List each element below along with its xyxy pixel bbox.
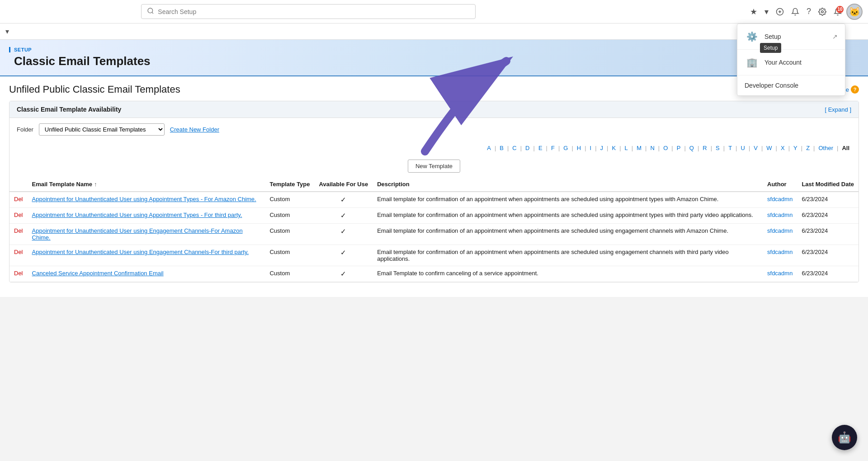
- alpha-btn-x[interactable]: X: [779, 144, 787, 152]
- row-name-0: Appointment for Unauthenticated User usi…: [28, 192, 265, 208]
- alpha-btn-v[interactable]: V: [752, 144, 760, 152]
- row-modified-2: 6/23/2024: [797, 224, 859, 245]
- favorites-button[interactable]: ★: [747, 4, 760, 19]
- alpha-btn-q[interactable]: Q: [688, 144, 696, 152]
- dropdown-item-your-account[interactable]: 🏢 Your Account: [737, 50, 845, 75]
- alpha-separator: |: [788, 145, 790, 151]
- availability-title: Classic Email Template Availability: [17, 106, 121, 113]
- search-input[interactable]: [158, 8, 470, 15]
- alpha-btn-all[interactable]: All: [840, 144, 851, 152]
- alpha-btn-z[interactable]: Z: [804, 144, 811, 152]
- alpha-btn-t[interactable]: T: [726, 144, 734, 152]
- del-link[interactable]: Del: [14, 196, 23, 202]
- settings-button[interactable]: [816, 5, 829, 19]
- row-name-3: Appointment for Unauthenticated User usi…: [28, 245, 265, 266]
- setup-icon: ⚙️: [745, 29, 759, 44]
- alpha-btn-i[interactable]: I: [588, 144, 594, 152]
- alpha-btn-w[interactable]: W: [764, 144, 774, 152]
- new-template-row: New Template: [9, 155, 859, 177]
- row-author-3: sfdcadmn: [763, 245, 797, 266]
- alerts-button[interactable]: [788, 5, 802, 19]
- alpha-separator: |: [736, 145, 737, 151]
- author-link[interactable]: sfdcadmn: [767, 212, 793, 218]
- alpha-separator: |: [776, 145, 777, 151]
- add-button[interactable]: [773, 5, 787, 19]
- help-icon: ?: [851, 85, 859, 94]
- folder-select[interactable]: Unfiled Public Classic Email Templates: [39, 123, 165, 136]
- folder-label: Folder: [17, 126, 33, 133]
- author-link[interactable]: sfdcadmn: [767, 196, 793, 202]
- alpha-separator: |: [520, 145, 522, 151]
- alpha-btn-r[interactable]: R: [701, 144, 708, 152]
- alpha-btn-s[interactable]: S: [714, 144, 722, 152]
- row-description-1: Email template for confirmation of an ap…: [373, 208, 763, 224]
- row-author-2: sfdcadmn: [763, 224, 797, 245]
- setup-breadcrumb: SETUP: [9, 47, 859, 52]
- availability-section: Classic Email Template Availability [ Ex…: [9, 101, 859, 282]
- del-link[interactable]: Del: [14, 212, 23, 218]
- alpha-btn-o[interactable]: O: [661, 144, 670, 152]
- favorites-dropdown-button[interactable]: ▾: [762, 4, 771, 19]
- top-nav: ★ ▾ ? 10 🐱 ⚙️: [0, 0, 868, 24]
- col-header-name[interactable]: Email Template Name↑: [28, 177, 265, 192]
- svg-line-1: [152, 12, 153, 14]
- notification-button[interactable]: 10: [831, 5, 844, 19]
- alpha-btn-u[interactable]: U: [739, 144, 746, 152]
- alpha-btn-j[interactable]: J: [599, 144, 605, 152]
- alpha-btn-p[interactable]: P: [675, 144, 683, 152]
- template-name-link[interactable]: Appointment for Unauthenticated User usi…: [32, 249, 249, 255]
- author-link[interactable]: sfdcadmn: [767, 270, 793, 277]
- alpha-btn-y[interactable]: Y: [792, 144, 799, 152]
- alpha-btn-k[interactable]: K: [610, 144, 618, 152]
- del-link[interactable]: Del: [14, 227, 23, 234]
- template-name-link[interactable]: Canceled Service Appointment Confirmatio…: [32, 270, 164, 277]
- row-type-3: Custom: [265, 245, 314, 266]
- alpha-separator: |: [711, 145, 712, 151]
- expand-link[interactable]: [ Expand ]: [825, 106, 851, 113]
- alpha-btn-other[interactable]: Other: [816, 144, 835, 152]
- template-name-link[interactable]: Appointment for Unauthenticated User usi…: [32, 212, 242, 218]
- author-link[interactable]: sfdcadmn: [767, 249, 793, 255]
- alpha-separator: |: [495, 145, 496, 151]
- alpha-btn-c[interactable]: C: [510, 144, 518, 152]
- table-header: Email Template Name↑Template TypeAvailab…: [9, 177, 859, 192]
- dropdown-item-developer-console[interactable]: Developer Console: [737, 75, 845, 95]
- dropdown-menu: ⚙️ Setup ↗ Setup 🏢 Your Account Develope…: [737, 24, 845, 96]
- alpha-btn-b[interactable]: B: [498, 144, 505, 152]
- template-name-link[interactable]: Appointment for Unauthenticated User usi…: [32, 196, 256, 202]
- alpha-separator: |: [658, 145, 660, 151]
- new-template-button[interactable]: New Template: [408, 160, 460, 173]
- search-icon: [147, 7, 154, 16]
- checkmark: ✓: [340, 227, 346, 235]
- row-name-1: Appointment for Unauthenticated User usi…: [28, 208, 265, 224]
- template-name-link[interactable]: Appointment for Unauthenticated User usi…: [32, 227, 243, 241]
- dropdown-item-setup[interactable]: ⚙️ Setup ↗ Setup: [737, 24, 845, 50]
- alpha-separator: |: [571, 145, 573, 151]
- sort-arrow: ↑: [94, 181, 97, 188]
- alpha-btn-e[interactable]: E: [537, 144, 544, 152]
- alpha-btn-f[interactable]: F: [549, 144, 557, 152]
- search-container: [141, 4, 476, 19]
- checkmark: ✓: [340, 212, 346, 219]
- app-bar-chevron[interactable]: ▾: [5, 27, 9, 36]
- row-author-1: sfdcadmn: [763, 208, 797, 224]
- alpha-btn-m[interactable]: M: [635, 144, 643, 152]
- del-link[interactable]: Del: [14, 270, 23, 277]
- avatar-button[interactable]: 🐱: [846, 4, 863, 20]
- alpha-btn-d[interactable]: D: [524, 144, 531, 152]
- alpha-btn-n[interactable]: N: [648, 144, 656, 152]
- row-modified-3: 6/23/2024: [797, 245, 859, 266]
- author-link[interactable]: sfdcadmn: [767, 227, 793, 234]
- del-link[interactable]: Del: [14, 249, 23, 255]
- alpha-btn-l[interactable]: L: [623, 144, 630, 152]
- create-folder-link[interactable]: Create New Folder: [170, 126, 219, 133]
- alpha-btn-h[interactable]: H: [575, 144, 583, 152]
- table-row: DelCanceled Service Appointment Confirma…: [9, 266, 859, 282]
- alpha-btn-g[interactable]: G: [561, 144, 570, 152]
- alpha-btn-a[interactable]: A: [485, 144, 493, 152]
- row-name-4: Canceled Service Appointment Confirmatio…: [28, 266, 265, 282]
- alpha-separator: |: [619, 145, 621, 151]
- row-author-0: sfdcadmn: [763, 192, 797, 208]
- help-button[interactable]: ?: [804, 4, 814, 19]
- alpha-filter: A|B|C|D|E|F|G|H|I|J|K|L|M|N|O|P|Q|R|S|T|…: [9, 141, 859, 155]
